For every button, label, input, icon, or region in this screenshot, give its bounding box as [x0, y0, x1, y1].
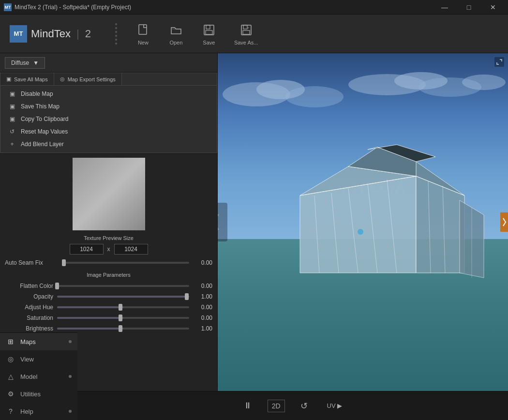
new-icon — [135, 22, 151, 38]
size-x-separator: x — [107, 246, 110, 253]
menu-item-label: Save This Map — [21, 103, 60, 110]
save-button[interactable]: Save — [197, 20, 221, 48]
slider-row-saturation: Saturation 0.00 — [5, 315, 212, 321]
nav-dot — [69, 340, 72, 343]
window-title: MindTex 2 (Trial) - Softpedia* (Empty Pr… — [15, 4, 131, 11]
slider-value: 1.00 — [193, 325, 212, 332]
slider-row-flatten-color: Flatten Color 0.00 — [5, 283, 212, 289]
save-as-button[interactable]: + Save As... — [230, 20, 262, 48]
auto-seam-fix-slider[interactable] — [62, 262, 189, 264]
expand-icon[interactable] — [494, 57, 504, 67]
slider-value: 0.00 — [193, 283, 212, 289]
slider-track[interactable] — [57, 306, 189, 308]
diffuse-dropdown[interactable]: Diffuse ▼ — [5, 57, 45, 69]
window-controls: — □ ✕ — [433, 0, 504, 15]
open-icon — [168, 22, 184, 38]
logo-area: MT MindTex | 2 — [10, 25, 91, 43]
save-all-maps-label: Save All Maps — [14, 76, 48, 82]
nav-item-utilities[interactable]: ⚙ Utilities — [0, 385, 77, 403]
slider-row-adjust-hue: Adjust Hue 0.00 — [5, 304, 212, 311]
menu-item-icon: ▣ — [8, 103, 16, 110]
right-panel-toggle[interactable] — [500, 212, 508, 232]
2d-mode-button[interactable]: 2D — [268, 400, 285, 412]
logo-badge: MT — [10, 25, 27, 43]
context-menu-item[interactable]: ▣Save This Map — [0, 100, 217, 113]
new-label: New — [138, 40, 149, 45]
context-menu-items: ▣Disable Map▣Save This Map▣Copy To Clipb… — [0, 86, 217, 152]
slider-value: 0.00 — [193, 304, 212, 311]
menu-item-label: Add Blend Layer — [21, 141, 64, 148]
slider-track[interactable] — [57, 285, 189, 287]
save-all-maps-button[interactable]: ▣ Save All Maps — [0, 73, 54, 85]
map-export-settings-button[interactable]: ◎ Map Export Settings — [54, 73, 122, 85]
menu-item-label: Disable Map — [21, 90, 53, 97]
texture-size-label: Texture Preview Size — [5, 235, 212, 241]
nav-item-maps[interactable]: ⊞ Maps — [0, 333, 77, 350]
toolbar: MT MindTex | 2 New Open — [0, 15, 508, 53]
new-button[interactable]: New — [132, 20, 155, 48]
nav-icon: ◎ — [6, 354, 15, 364]
svg-rect-2 — [206, 25, 210, 29]
menu-item-icon: ▣ — [8, 90, 16, 98]
svg-rect-0 — [139, 25, 147, 34]
titlebar-left: MT MindTex 2 (Trial) - Softpedia* (Empty… — [4, 3, 131, 11]
nav-item-model[interactable]: △ Model — [0, 368, 77, 385]
image-parameters-label: Image Parameters — [5, 270, 212, 279]
nav-item-help[interactable]: ? Help — [0, 403, 77, 420]
close-button[interactable]: ✕ — [482, 0, 504, 15]
svg-point-30 — [358, 229, 363, 235]
chevron-down-icon: ▼ — [33, 60, 39, 66]
auto-seam-fix-row: Auto Seam Fix 0.00 — [5, 259, 212, 266]
diffuse-header: Diffuse ▼ — [0, 53, 217, 73]
context-menu: ▣ Save All Maps ◎ Map Export Settings ▣D… — [0, 73, 217, 153]
slider-row-opacity: Opacity 1.00 — [5, 293, 212, 300]
slider-label: Brightness — [5, 325, 53, 332]
rotate-button[interactable]: ↺ — [297, 399, 312, 413]
viewport[interactable]: SOFTPEDIA — [218, 53, 508, 391]
nav-label: Utilities — [20, 390, 41, 398]
maximize-button[interactable]: □ — [458, 0, 480, 15]
slider-track[interactable] — [57, 296, 189, 298]
texture-preview — [73, 158, 145, 230]
slider-row-brightness: Brightness 1.00 — [5, 325, 212, 332]
auto-seam-fix-value: 0.00 — [193, 259, 212, 266]
menu-item-label: Reset Map Values — [21, 128, 68, 135]
nav-item-view[interactable]: ◎ View — [0, 350, 77, 368]
nav-icon: △ — [6, 372, 15, 381]
slider-label: Saturation — [5, 315, 53, 321]
texture-height-input[interactable] — [114, 244, 148, 255]
context-menu-item[interactable]: +Add Blend Layer — [0, 138, 217, 150]
app-name: MindTex — [31, 28, 71, 40]
app-icon: MT — [4, 3, 12, 11]
nav-icon: ⚙ — [6, 389, 15, 399]
open-button[interactable]: Open — [164, 20, 188, 48]
save-label: Save — [203, 40, 215, 45]
uv-button[interactable]: UV ▶ — [323, 400, 346, 411]
nav-label: Help — [20, 408, 33, 415]
back-arrow-button[interactable] — [218, 203, 227, 241]
auto-seam-fix-label: Auto Seam Fix — [5, 259, 58, 266]
context-menu-item[interactable]: ↺Reset Map Values — [0, 125, 217, 138]
slider-value: 0.00 — [193, 315, 212, 321]
diffuse-text: Diffuse — [11, 60, 29, 66]
nav-icon: ⊞ — [6, 337, 15, 346]
minimize-button[interactable]: — — [433, 0, 456, 15]
texture-size-section: Texture Preview Size x — [0, 235, 217, 255]
menu-item-icon: + — [8, 140, 16, 148]
texture-width-input[interactable] — [70, 244, 104, 255]
viewport-controls: ⏸ 2D ↺ UV ▶ — [77, 391, 508, 420]
context-menu-item[interactable]: ▣Disable Map — [0, 88, 217, 100]
slider-track[interactable] — [57, 317, 189, 319]
menu-item-icon: ↺ — [8, 128, 16, 135]
slider-track[interactable] — [57, 328, 189, 330]
context-menu-item[interactable]: ▣Copy To Clipboard — [0, 113, 217, 125]
save-icon — [201, 22, 217, 38]
pause-button[interactable]: ⏸ — [239, 399, 256, 413]
save-as-label: Save As... — [234, 40, 258, 45]
nav-label: Model — [20, 373, 37, 380]
sliders-section: Image Parameters Flatten Color 0.00 Opac… — [0, 266, 217, 336]
nav-icon: ? — [6, 406, 15, 416]
slider-label: Adjust Hue — [5, 304, 53, 311]
title-bar: MT MindTex 2 (Trial) - Softpedia* (Empty… — [0, 0, 508, 15]
slider-label: Opacity — [5, 293, 53, 300]
